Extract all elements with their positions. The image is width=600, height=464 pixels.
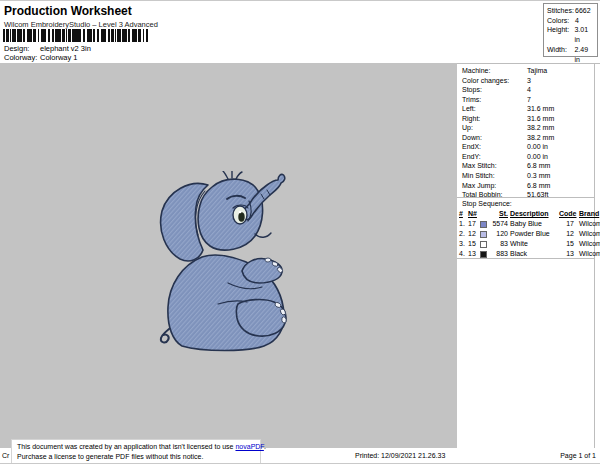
summary-label: Colors: <box>547 16 575 26</box>
seq-brand: Wilcom <box>576 219 598 229</box>
license-notice-line1: This document was created by an applicat… <box>17 442 260 452</box>
stop-sequence-top-rule <box>457 197 594 198</box>
seq-header-num: # <box>459 209 468 219</box>
seq-n: 17 <box>468 219 480 229</box>
info-label: Color changes: <box>462 76 527 86</box>
printed-timestamp: Printed: 12/09/2021 21.26.33 <box>355 452 445 459</box>
seq-brand: Wilcom <box>576 229 598 239</box>
machine-info-row: Total Bobbin:51.63ft <box>462 190 592 200</box>
info-value: 4 <box>527 85 531 95</box>
design-barcode <box>3 29 148 42</box>
machine-info-row: Stops:4 <box>462 85 592 95</box>
seq-brand: Wilcom <box>576 239 598 249</box>
info-label: Up: <box>462 123 527 133</box>
summary-value: 6662 <box>575 6 591 16</box>
seq-header-description: Description <box>510 209 559 219</box>
seq-description: White <box>510 239 559 249</box>
info-value: 0.3 mm <box>527 171 550 181</box>
seq-num: 1. <box>459 219 468 229</box>
machine-info-row: Trims:7 <box>462 95 592 105</box>
page-number: Page 1 of 1 <box>560 452 596 459</box>
info-label: Min Stitch: <box>462 171 527 181</box>
novapdf-link[interactable]: novaPDF <box>235 443 263 450</box>
summary-value: 2.49 in <box>574 45 595 64</box>
machine-info-list: Machine:Tajima Color changes:3 Stops:4 T… <box>462 66 592 200</box>
seq-num: 3. <box>459 239 468 249</box>
machine-info-row: Color changes:3 <box>462 76 592 86</box>
notice-text: . <box>264 443 266 450</box>
info-value: 6.8 mm <box>527 181 550 191</box>
seq-num: 2. <box>459 229 468 239</box>
info-label: Trims: <box>462 95 527 105</box>
info-value: 7 <box>527 95 531 105</box>
production-worksheet-page: Production Worksheet Wilcom EmbroiderySt… <box>0 0 600 464</box>
info-value: 31.6 mm <box>527 104 554 114</box>
summary-row: Stitches:6662 <box>547 6 595 16</box>
summary-value: 3.01 in <box>574 25 595 44</box>
machine-info-row: Max Stitch:6.8 mm <box>462 161 592 171</box>
stop-sequence-header-row: # N# St. Description Code Brand <box>459 209 598 219</box>
info-label: Left: <box>462 104 527 114</box>
machine-info-row: Right:31.6 mm <box>462 114 592 124</box>
seq-code: 15 <box>559 239 576 249</box>
elephant-design-preview <box>152 171 290 353</box>
machine-info-row: Min Stitch:0.3 mm <box>462 171 592 181</box>
info-label: EndX: <box>462 142 527 152</box>
machine-info-row: EndY:0.00 in <box>462 152 592 162</box>
color-swatch <box>480 241 487 248</box>
machine-info-row: Left:31.6 mm <box>462 104 592 114</box>
footer-left-clipped-text: Cr <box>2 452 9 459</box>
seq-st: 5574 <box>491 219 510 229</box>
info-value: 31.6 mm <box>527 114 554 124</box>
machine-info-row: Up:38.2 mm <box>462 123 592 133</box>
stop-sequence-table: # N# St. Description Code Brand 1. 17 55… <box>459 209 598 259</box>
machine-info-row: EndX:0.00 in <box>462 142 592 152</box>
info-value: 0.00 in <box>527 142 548 152</box>
info-label: Max Stitch: <box>462 161 527 171</box>
info-value: 38.2 mm <box>527 123 554 133</box>
info-label: Stops: <box>462 85 527 95</box>
design-summary-box: Stitches:6662 Colors:4 Height:3.01 in Wi… <box>543 3 598 57</box>
colorway-label: Colorway: <box>4 53 40 62</box>
license-notice-line2: Purchase a license to generate PDF files… <box>17 452 260 462</box>
machine-info-row: Down:38.2 mm <box>462 133 592 143</box>
seq-description: Baby Blue <box>510 219 559 229</box>
color-swatch <box>480 251 487 258</box>
summary-label: Height: <box>547 25 574 44</box>
info-label: Down: <box>462 133 527 143</box>
seq-header-code: Code <box>559 209 576 219</box>
seq-code: 17 <box>559 219 576 229</box>
seq-header-n: N# <box>468 209 480 219</box>
design-value: elephant v2 3in <box>40 44 91 53</box>
seq-header-brand: Brand <box>576 209 598 219</box>
design-row: Design:elephant v2 3in <box>4 44 91 53</box>
info-value: 38.2 mm <box>527 133 554 143</box>
seq-st: 83 <box>491 239 510 249</box>
seq-code: 12 <box>559 229 576 239</box>
info-value: Tajima <box>527 66 547 76</box>
page-title: Production Worksheet <box>4 4 132 18</box>
summary-label: Stitches: <box>547 6 575 16</box>
info-label: EndY: <box>462 152 527 162</box>
design-label: Design: <box>4 44 40 53</box>
summary-row: Height:3.01 in <box>547 25 595 44</box>
stop-sequence-row: 3. 15 83 White 15 Wilcom <box>459 239 598 249</box>
colorway-value: Colorway 1 <box>40 53 78 62</box>
notice-text: This document was created by an applicat… <box>17 443 235 450</box>
info-label: Right: <box>462 114 527 124</box>
license-notice: This document was created by an applicat… <box>11 439 261 464</box>
info-value: 3 <box>527 76 531 86</box>
color-swatch <box>480 221 487 228</box>
machine-info-panel: Machine:Tajima Color changes:3 Stops:4 T… <box>457 63 600 448</box>
machine-info-row: Max Jump:6.8 mm <box>462 181 592 191</box>
stop-sequence-bottom-rule <box>457 258 594 259</box>
seq-n: 12 <box>468 229 480 239</box>
machine-info-row: Machine:Tajima <box>462 66 592 76</box>
info-label: Max Jump: <box>462 181 527 191</box>
info-value: 0.00 in <box>527 152 548 162</box>
color-swatch <box>480 231 487 238</box>
colorway-row: Colorway:Colorway 1 <box>4 53 78 62</box>
info-value: 6.8 mm <box>527 161 550 171</box>
app-subtitle: Wilcom EmbroideryStudio – Level 3 Advanc… <box>4 20 158 29</box>
summary-row: Colors:4 <box>547 16 595 26</box>
